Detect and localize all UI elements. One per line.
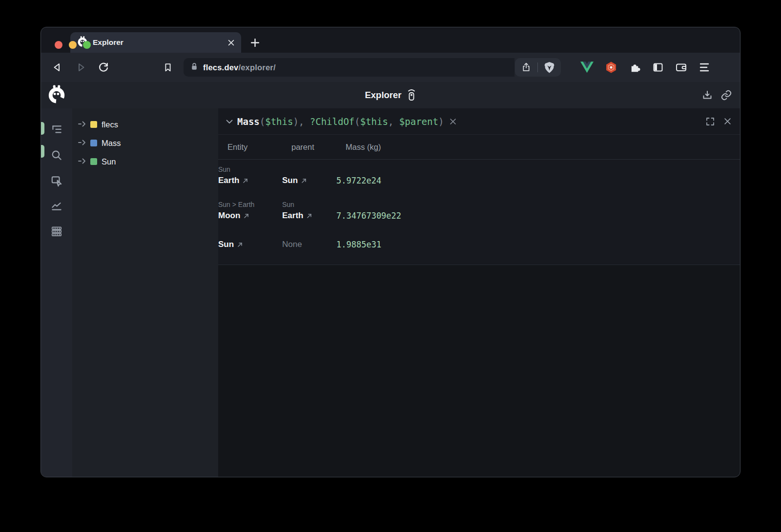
download-icon[interactable] xyxy=(701,89,713,101)
query-area: Mass($this), ?ChildOf($this, $parent) xyxy=(218,108,740,477)
tree-item-label: Sun xyxy=(102,157,116,166)
entity-link[interactable]: Sun xyxy=(218,238,282,251)
column-header-parent: parent xyxy=(291,143,346,152)
entity-color-swatch xyxy=(90,121,97,128)
reload-icon[interactable] xyxy=(96,60,111,75)
page-title: Explorer xyxy=(365,90,401,101)
column-header-mass: Mass (kg) xyxy=(346,143,740,152)
tree-item-label: flecs xyxy=(102,120,118,129)
address-bar-actions xyxy=(515,58,561,77)
bookmark-icon[interactable] xyxy=(160,60,176,75)
parent-link[interactable]: Earth xyxy=(282,209,336,222)
ne-arrow-icon xyxy=(244,213,249,219)
entity-link[interactable]: Earth xyxy=(218,174,282,187)
minimize-window-button[interactable] xyxy=(69,41,77,49)
explorer-header: Explorer xyxy=(41,82,740,108)
charts-icon[interactable] xyxy=(41,193,72,219)
tab-explorer[interactable]: Explorer xyxy=(70,32,241,53)
divider xyxy=(537,62,538,72)
mass-value: 1.9885e31 xyxy=(336,238,740,251)
panel-rail xyxy=(41,108,72,477)
back-icon[interactable] xyxy=(50,60,65,75)
ne-arrow-icon xyxy=(243,178,248,184)
query-panel: Mass($this), ?ChildOf($this, $parent) xyxy=(218,108,740,265)
active-panel-indicator xyxy=(41,122,44,135)
entity-path: Sun xyxy=(218,164,282,174)
inspect-icon[interactable] xyxy=(41,168,72,193)
column-header-entity: Entity xyxy=(227,143,291,152)
close-tab-icon[interactable] xyxy=(228,40,234,46)
clear-query-icon[interactable] xyxy=(450,118,456,125)
table-row: Sun Earth Sun 5.9722e24 xyxy=(218,160,740,195)
flecs-logo-icon xyxy=(47,85,66,105)
entity-tree-panel: flecs Mass Sun xyxy=(72,108,218,477)
sidebar-icon[interactable] xyxy=(652,61,664,73)
lock-icon xyxy=(190,62,198,73)
table-row: Sun > Earth Moon Sun Earth 7.34767309e22 xyxy=(218,195,740,230)
mass-value: 7.34767309e22 xyxy=(336,200,740,222)
active-panel-indicator xyxy=(41,145,44,158)
browser-toolbar: flecs.dev/explorer/ xyxy=(41,53,740,82)
close-panel-icon[interactable] xyxy=(724,118,731,125)
browser-window: Explorer flecs.dev/explorer xyxy=(41,27,740,477)
query-header: Mass($this), ?ChildOf($this, $parent) xyxy=(218,108,740,135)
brave-shield-icon[interactable] xyxy=(544,61,555,74)
extensions-area xyxy=(580,61,710,74)
tab-title: Explorer xyxy=(93,38,223,47)
fullscreen-icon[interactable] xyxy=(706,117,715,126)
close-window-button[interactable] xyxy=(55,41,62,49)
menu-icon[interactable] xyxy=(699,62,710,73)
tab-strip: Explorer xyxy=(41,27,740,53)
tree-item-label: Mass xyxy=(102,139,121,148)
tree-item-sun[interactable]: Sun xyxy=(72,152,218,171)
url-text: flecs.dev/explorer/ xyxy=(203,63,276,72)
parent-path: Sun xyxy=(282,200,336,209)
remote-connected-icon xyxy=(407,88,416,103)
parent-link[interactable]: Sun xyxy=(282,174,336,187)
link-icon[interactable] xyxy=(720,89,732,101)
table-header: Entity parent Mass (kg) xyxy=(218,135,740,160)
table-row: Sun None 1.9885e31 xyxy=(218,230,740,265)
tree-view-icon[interactable] xyxy=(41,117,72,143)
zoom-window-button[interactable] xyxy=(83,41,91,49)
expand-arrow-icon[interactable] xyxy=(78,139,86,147)
tree-item-flecs[interactable]: flecs xyxy=(72,115,218,134)
entity-link[interactable]: Moon xyxy=(218,209,282,222)
tree-item-mass[interactable]: Mass xyxy=(72,134,218,152)
mass-value: 5.9722e24 xyxy=(336,164,740,187)
expand-arrow-icon[interactable] xyxy=(78,120,86,129)
forward-icon[interactable] xyxy=(73,60,88,75)
wallet-icon[interactable] xyxy=(675,61,687,73)
search-icon[interactable] xyxy=(41,143,72,168)
chevron-down-icon[interactable] xyxy=(226,117,233,126)
extensions-puzzle-icon[interactable] xyxy=(629,61,641,74)
address-bar[interactable]: flecs.dev/explorer/ xyxy=(184,58,561,77)
entity-color-swatch xyxy=(90,140,97,146)
entity-color-swatch xyxy=(90,158,97,165)
ne-arrow-icon xyxy=(301,178,307,184)
new-tab-button[interactable] xyxy=(251,39,259,47)
expand-arrow-icon[interactable] xyxy=(78,157,86,166)
entity-path: Sun > Earth xyxy=(218,200,282,209)
url-field[interactable]: flecs.dev/explorer/ xyxy=(184,58,514,77)
parent-none: None xyxy=(282,238,336,251)
traffic-lights xyxy=(55,41,91,49)
ne-arrow-icon xyxy=(307,213,312,219)
memory-icon[interactable] xyxy=(41,219,72,244)
ne-arrow-icon xyxy=(237,242,243,247)
share-icon[interactable] xyxy=(521,62,532,73)
vue-devtools-icon[interactable] xyxy=(580,61,594,73)
hexagon-extension-icon[interactable] xyxy=(605,61,617,74)
query-expression[interactable]: Mass($this), ?ChildOf($this, $parent) xyxy=(237,116,444,127)
explorer-content: flecs Mass Sun Mass($this), ?ChildOf($th… xyxy=(41,108,740,477)
